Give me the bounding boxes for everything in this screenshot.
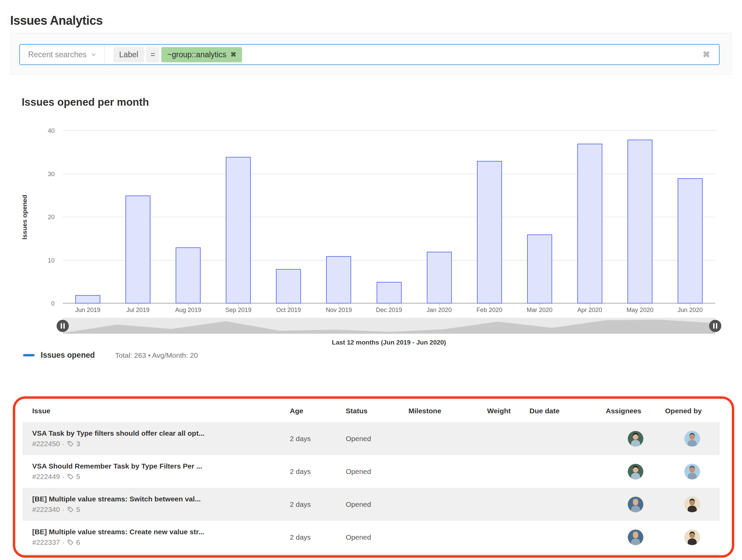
y-tick-label: 20 xyxy=(48,214,55,221)
opened-by-avatar[interactable] xyxy=(684,431,700,447)
bar-slot xyxy=(464,131,515,304)
assignee-avatar[interactable] xyxy=(627,431,644,447)
meta-separator: · xyxy=(62,473,65,481)
assignee-avatar[interactable] xyxy=(627,463,644,480)
table-row: [BE] Multiple value streams: Create new … xyxy=(22,521,720,554)
slider-left-handle[interactable] xyxy=(57,320,69,332)
filter-token-operator[interactable]: = xyxy=(146,47,159,62)
table-row-partial xyxy=(22,554,720,560)
issue-title-link[interactable]: [BE] Multiple value streams: Create new … xyxy=(32,528,280,536)
assignee-avatar[interactable] xyxy=(627,529,644,545)
issue-meta: #222449 · 5 xyxy=(32,473,280,481)
issue-age: 2 days xyxy=(280,435,336,443)
slider-area-silhouette xyxy=(63,318,715,334)
label-count: 5 xyxy=(76,473,80,481)
bar-apr-2020[interactable] xyxy=(577,144,602,304)
x-tick xyxy=(640,304,640,306)
x-tick xyxy=(540,304,540,306)
y-axis-title: Issues opened xyxy=(21,195,28,240)
issue-status: Opened xyxy=(336,468,399,476)
chevron-down-icon xyxy=(91,52,96,57)
issue-id: #222337 xyxy=(32,538,60,546)
table-row: [BE] Multiple value streams: Switch betw… xyxy=(22,488,720,521)
legend-marker xyxy=(23,354,35,356)
clear-search-icon[interactable]: ✖ xyxy=(702,49,719,60)
label-tag-icon xyxy=(67,539,74,546)
bar-may-2020[interactable] xyxy=(627,140,653,304)
bar-dec-2019[interactable] xyxy=(377,282,402,304)
issue-title-link[interactable]: VSA Should Remember Task by Type Filters… xyxy=(32,462,280,470)
bar-feb-2020[interactable] xyxy=(477,161,502,304)
bar-mar-2020[interactable] xyxy=(527,234,552,304)
recent-searches-label: Recent searches xyxy=(28,50,87,59)
table-row: VSA Task by Type filters should offer cl… xyxy=(22,422,720,455)
chart-title: Issues opened per month xyxy=(22,96,149,108)
remove-token-icon[interactable]: ✖ xyxy=(230,50,237,59)
issue-id: #222450 xyxy=(32,440,60,448)
chart-plot: 010203040 xyxy=(63,131,715,304)
col-opened-by: Opened by xyxy=(655,407,720,415)
issue-status: Opened xyxy=(336,533,399,541)
meta-separator: · xyxy=(62,440,65,448)
bar-slot xyxy=(113,131,163,304)
bar-slot xyxy=(364,131,414,304)
bars-container xyxy=(63,131,715,304)
label-count: 3 xyxy=(76,440,80,448)
slider-right-handle[interactable] xyxy=(709,320,721,332)
bar-slot xyxy=(163,131,213,304)
bar-slot xyxy=(615,131,665,304)
assignee-avatar[interactable] xyxy=(627,496,644,513)
bar-slot xyxy=(665,131,715,304)
bar-slot xyxy=(414,131,464,304)
meta-separator: · xyxy=(62,505,65,514)
x-tick-label: Mar 2020 xyxy=(515,307,565,314)
label-count: 5 xyxy=(76,505,80,514)
x-tick xyxy=(389,304,389,306)
chart-range-slider[interactable] xyxy=(63,318,715,334)
chart-subtitle: Last 12 months (Jun 2019 - Jun 2020) xyxy=(63,339,715,346)
issue-age: 2 days xyxy=(280,500,336,509)
opened-by-avatar[interactable] xyxy=(684,529,700,545)
issue-title-link[interactable]: VSA Task by Type filters should offer cl… xyxy=(32,429,280,437)
legend-series-label[interactable]: Issues opened xyxy=(41,351,95,360)
x-tick xyxy=(238,304,239,306)
opened-by-avatar[interactable] xyxy=(684,496,700,513)
col-assignees: Assignees xyxy=(596,407,655,415)
issue-title-link[interactable]: [BE] Multiple value streams: Switch betw… xyxy=(32,495,280,503)
bar-jun-2020[interactable] xyxy=(678,178,703,304)
x-tick-label: Feb 2020 xyxy=(464,307,515,314)
opened-by-avatar[interactable] xyxy=(684,463,700,480)
col-age: Age xyxy=(280,407,336,415)
bar-jan-2020[interactable] xyxy=(427,252,452,304)
bar-jun-2019[interactable] xyxy=(75,295,100,304)
page-title: Issues Analytics xyxy=(10,14,103,28)
x-tick-label: Dec 2019 xyxy=(364,307,414,314)
x-tick xyxy=(88,304,88,306)
bar-sep-2019[interactable] xyxy=(226,157,251,304)
bar-aug-2019[interactable] xyxy=(176,247,201,304)
bar-jul-2019[interactable] xyxy=(125,195,151,304)
col-milestone: Milestone xyxy=(399,407,477,415)
bar-slot xyxy=(565,131,615,304)
bar-oct-2019[interactable] xyxy=(276,269,301,304)
x-tick-label: Jun 2020 xyxy=(665,307,715,314)
issue-id: #222340 xyxy=(32,505,60,514)
x-tick-label: Oct 2019 xyxy=(263,307,314,314)
table-header: Issue Age Status Milestone Weight Due da… xyxy=(22,400,720,422)
col-weight: Weight xyxy=(477,407,520,415)
label-tag-icon xyxy=(67,506,74,513)
filter-token-value[interactable]: ~group::analytics ✖ xyxy=(161,47,242,62)
recent-searches-dropdown[interactable]: Recent searches xyxy=(20,45,104,64)
x-tick-label: May 2020 xyxy=(615,307,665,314)
filtered-search-bar[interactable]: Recent searches Label = ~group::analytic… xyxy=(19,44,720,65)
filter-token-field[interactable]: Label xyxy=(114,47,144,62)
issue-meta: #222340 · 5 xyxy=(32,505,280,514)
x-tick-label: Aug 2019 xyxy=(163,307,213,314)
bar-nov-2019[interactable] xyxy=(326,256,351,304)
x-tick xyxy=(690,304,690,306)
bar-slot xyxy=(63,131,113,304)
label-count: 6 xyxy=(76,538,80,546)
x-tick xyxy=(590,304,590,306)
chart-legend: Issues opened Total: 263 • Avg/Month: 20 xyxy=(23,351,198,360)
bar-slot xyxy=(515,131,565,304)
